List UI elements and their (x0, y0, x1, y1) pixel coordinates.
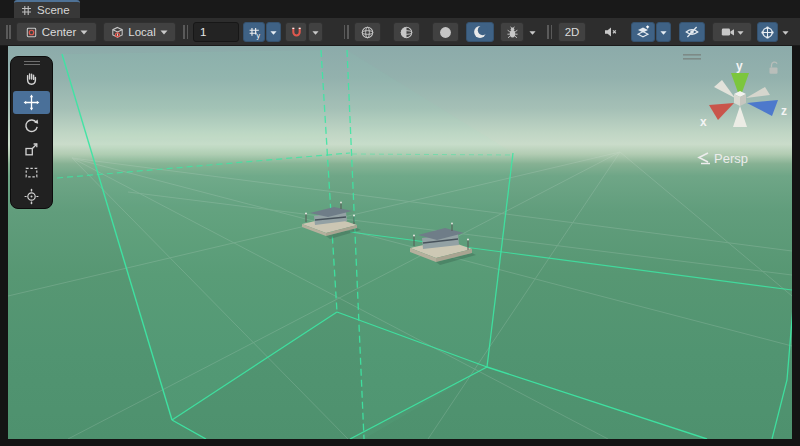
tools-overlay-handle[interactable] (11, 59, 52, 67)
grid-size-input[interactable] (193, 22, 239, 42)
orientation-gizmo[interactable]: y x z (700, 59, 787, 129)
chevron-down-icon (659, 29, 668, 36)
grid-visibility-dropdown[interactable] (266, 22, 281, 42)
shaded-wireframe-sphere-icon (399, 25, 414, 40)
wireframe-sphere-icon (360, 25, 375, 40)
rect-tool-icon (23, 164, 40, 181)
toolbar-grip[interactable] (547, 25, 552, 39)
chevron-down-icon (781, 29, 790, 36)
axis-neg-x-cone[interactable] (746, 87, 770, 98)
selection-volume-face (62, 50, 337, 420)
pivot-mode-label: Center (39, 26, 80, 38)
axis-z-cone[interactable] (747, 100, 778, 116)
axis-x-cone[interactable] (709, 103, 734, 120)
scene-viewport[interactable]: y x z Persp (8, 46, 792, 439)
overlay-drag-handle[interactable] (683, 54, 701, 60)
pivot-mode-dropdown[interactable]: Center (16, 22, 97, 42)
shaded-sphere-icon (438, 25, 453, 40)
gizmo-lock-icon[interactable] (770, 62, 778, 74)
toolbar-grip[interactable] (6, 25, 11, 39)
toolbar-grip[interactable] (344, 25, 349, 39)
scale-tool-icon (23, 141, 40, 158)
crescent-moon-icon (472, 24, 488, 40)
tool-rotate[interactable] (13, 114, 50, 138)
tab-bar: Scene (0, 0, 800, 18)
transform-tool-icon (23, 188, 40, 205)
gizmo-sphere-icon (760, 25, 775, 40)
draw-mode-shaded-button[interactable] (432, 22, 459, 42)
chevron-down-icon (311, 29, 320, 36)
grid-snapping-dropdown[interactable] (308, 22, 323, 42)
2d-view-toggle[interactable]: 2D (558, 22, 586, 42)
chevron-down-icon (159, 28, 169, 36)
chevron-down-icon (736, 29, 745, 36)
camera-icon (720, 24, 736, 40)
2d-label: 2D (565, 26, 580, 38)
svg-text:y: y (256, 32, 260, 40)
layers-effects-icon (635, 24, 651, 40)
tool-transform[interactable] (13, 185, 50, 209)
snap-magnet-icon (289, 25, 304, 40)
tool-move[interactable] (13, 91, 50, 115)
grid-snapping-button[interactable] (285, 22, 307, 42)
axis-y-label: y (736, 59, 743, 73)
debug-validation-dropdown[interactable] (525, 22, 539, 42)
axis-z-label: z (781, 104, 787, 118)
speaker-muted-icon (602, 24, 618, 40)
effects-dropdown[interactable] (656, 22, 671, 42)
axis-x-label: x (700, 115, 707, 129)
draw-mode-shaded-wireframe-button[interactable] (393, 22, 420, 42)
scene-3d-content: y x z Persp (8, 46, 792, 439)
projection-switcher[interactable]: Persp (699, 151, 748, 166)
scene-lighting-toggle[interactable] (466, 22, 494, 42)
iso-angle-icon (699, 153, 710, 164)
pivot-center-icon (24, 25, 39, 40)
move-tool-icon (23, 94, 40, 111)
grid-visibility-button[interactable]: y (243, 22, 265, 42)
handle-orientation-label: Local (125, 26, 159, 38)
tool-scale[interactable] (13, 138, 50, 162)
scene-camera-settings[interactable] (712, 22, 752, 42)
unity-scene-view-window: { "window": { "tab_title": "Scene" }, "t… (0, 0, 800, 446)
audio-toggle[interactable] (596, 22, 624, 42)
tool-rect[interactable] (13, 161, 50, 185)
rotate-tool-icon (23, 117, 40, 134)
handle-orientation-dropdown[interactable]: Local (103, 22, 176, 42)
axis-neg-y-cone[interactable] (733, 106, 747, 127)
axis-neg-z-cone[interactable] (714, 80, 735, 98)
scene-toolbar: Center Local y (0, 18, 800, 46)
hand-pan-icon (23, 70, 40, 87)
scene-tab-grid-icon (21, 5, 32, 16)
chevron-down-icon (269, 29, 278, 36)
effects-toggle[interactable] (631, 22, 655, 42)
gizmos-toggle[interactable] (757, 22, 778, 42)
chevron-down-icon (528, 29, 537, 36)
bug-icon (505, 25, 520, 40)
tab-title: Scene (37, 4, 70, 16)
draw-mode-wireframe-button[interactable] (354, 22, 381, 42)
eye-slash-icon (684, 24, 700, 40)
debug-validation-button[interactable] (500, 22, 524, 42)
projection-label: Persp (714, 151, 748, 166)
local-cube-icon (110, 25, 125, 40)
gizmos-dropdown[interactable] (779, 22, 792, 42)
grid-snap-icon: y (247, 25, 262, 40)
scene-visibility-toggle[interactable] (679, 22, 705, 42)
tool-pan[interactable] (13, 67, 50, 91)
tab-scene[interactable]: Scene (14, 0, 80, 18)
toolbar-grip[interactable] (183, 25, 188, 39)
tools-overlay (10, 56, 53, 209)
chevron-down-icon (79, 28, 89, 36)
